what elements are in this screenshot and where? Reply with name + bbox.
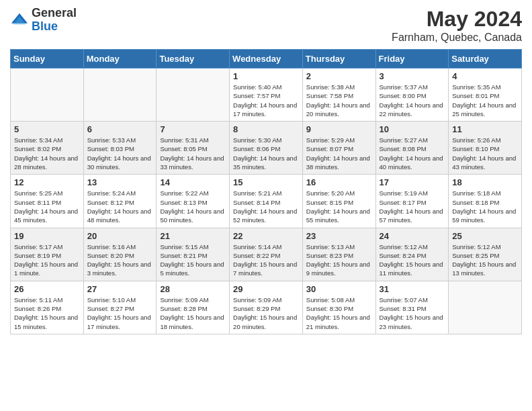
calendar-cell: 5Sunrise: 5:34 AMSunset: 8:02 PMDaylight… bbox=[11, 122, 84, 175]
calendar-cell: 15Sunrise: 5:21 AMSunset: 8:14 PMDayligh… bbox=[230, 175, 303, 228]
day-number: 28 bbox=[160, 284, 226, 294]
day-number: 2 bbox=[306, 71, 372, 81]
day-number: 1 bbox=[233, 71, 299, 81]
day-number: 18 bbox=[452, 177, 518, 187]
calendar-cell: 3Sunrise: 5:37 AMSunset: 8:00 PMDaylight… bbox=[375, 68, 449, 122]
title-area: May 2024 Farnham, Quebec, Canada bbox=[392, 7, 522, 44]
header: General Blue May 2024 Farnham, Quebec, C… bbox=[10, 7, 522, 44]
day-number: 30 bbox=[306, 284, 372, 294]
calendar-cell: 17Sunrise: 5:19 AMSunset: 8:17 PMDayligh… bbox=[375, 175, 449, 228]
day-info: Sunrise: 5:11 AMSunset: 8:26 PMDaylight:… bbox=[14, 295, 80, 331]
day-number: 24 bbox=[380, 231, 445, 241]
day-info: Sunrise: 5:09 AMSunset: 8:28 PMDaylight:… bbox=[160, 295, 226, 331]
calendar-cell: 12Sunrise: 5:25 AMSunset: 8:11 PMDayligh… bbox=[11, 175, 84, 228]
day-number: 14 bbox=[160, 177, 226, 187]
calendar-week-3: 12Sunrise: 5:25 AMSunset: 8:11 PMDayligh… bbox=[11, 175, 522, 228]
calendar-cell: 13Sunrise: 5:24 AMSunset: 8:12 PMDayligh… bbox=[83, 175, 157, 228]
logo-text: General Blue bbox=[32, 7, 77, 34]
calendar-cell: 28Sunrise: 5:09 AMSunset: 8:28 PMDayligh… bbox=[157, 281, 230, 334]
calendar-week-1: 1Sunrise: 5:40 AMSunset: 7:57 PMDaylight… bbox=[11, 68, 522, 122]
calendar-cell: 30Sunrise: 5:08 AMSunset: 8:30 PMDayligh… bbox=[302, 281, 375, 334]
calendar-cell bbox=[83, 68, 157, 122]
day-info: Sunrise: 5:25 AMSunset: 8:11 PMDaylight:… bbox=[14, 189, 80, 224]
day-number: 6 bbox=[87, 124, 153, 134]
calendar-cell bbox=[11, 68, 84, 122]
day-number: 3 bbox=[380, 71, 445, 81]
day-number: 13 bbox=[87, 177, 153, 187]
day-info: Sunrise: 5:09 AMSunset: 8:29 PMDaylight:… bbox=[233, 295, 299, 331]
calendar-cell: 31Sunrise: 5:07 AMSunset: 8:31 PMDayligh… bbox=[375, 281, 449, 334]
calendar-cell: 27Sunrise: 5:10 AMSunset: 8:27 PMDayligh… bbox=[83, 281, 157, 334]
day-info: Sunrise: 5:15 AMSunset: 8:21 PMDaylight:… bbox=[160, 242, 226, 278]
day-info: Sunrise: 5:40 AMSunset: 7:57 PMDaylight:… bbox=[233, 83, 299, 118]
day-number: 12 bbox=[14, 177, 80, 187]
calendar-cell: 24Sunrise: 5:12 AMSunset: 8:24 PMDayligh… bbox=[375, 228, 449, 281]
calendar-cell: 29Sunrise: 5:09 AMSunset: 8:29 PMDayligh… bbox=[230, 281, 303, 334]
day-number: 21 bbox=[160, 231, 226, 241]
day-info: Sunrise: 5:10 AMSunset: 8:27 PMDaylight:… bbox=[87, 295, 153, 331]
calendar-cell: 11Sunrise: 5:26 AMSunset: 8:10 PMDayligh… bbox=[449, 122, 522, 175]
day-info: Sunrise: 5:30 AMSunset: 8:06 PMDaylight:… bbox=[233, 136, 299, 171]
day-info: Sunrise: 5:26 AMSunset: 8:10 PMDaylight:… bbox=[452, 136, 518, 171]
calendar-subtitle: Farnham, Quebec, Canada bbox=[392, 32, 522, 44]
day-info: Sunrise: 5:14 AMSunset: 8:22 PMDaylight:… bbox=[233, 242, 299, 278]
day-number: 4 bbox=[452, 71, 518, 81]
calendar-cell: 25Sunrise: 5:12 AMSunset: 8:25 PMDayligh… bbox=[449, 228, 522, 281]
day-number: 11 bbox=[452, 124, 518, 134]
calendar-week-5: 26Sunrise: 5:11 AMSunset: 8:26 PMDayligh… bbox=[11, 281, 522, 334]
calendar-cell: 20Sunrise: 5:16 AMSunset: 8:20 PMDayligh… bbox=[83, 228, 157, 281]
day-number: 9 bbox=[306, 124, 372, 134]
calendar-week-4: 19Sunrise: 5:17 AMSunset: 8:19 PMDayligh… bbox=[11, 228, 522, 281]
day-info: Sunrise: 5:13 AMSunset: 8:23 PMDaylight:… bbox=[306, 242, 372, 278]
calendar-cell: 10Sunrise: 5:27 AMSunset: 8:08 PMDayligh… bbox=[375, 122, 449, 175]
day-info: Sunrise: 5:12 AMSunset: 8:24 PMDaylight:… bbox=[380, 242, 445, 278]
day-info: Sunrise: 5:31 AMSunset: 8:05 PMDaylight:… bbox=[160, 136, 226, 171]
day-header-friday: Friday bbox=[375, 50, 449, 68]
calendar-cell: 8Sunrise: 5:30 AMSunset: 8:06 PMDaylight… bbox=[230, 122, 303, 175]
logo: General Blue bbox=[10, 7, 77, 34]
day-info: Sunrise: 5:07 AMSunset: 8:31 PMDaylight:… bbox=[380, 295, 445, 331]
calendar-cell: 19Sunrise: 5:17 AMSunset: 8:19 PMDayligh… bbox=[11, 228, 84, 281]
day-number: 26 bbox=[14, 284, 80, 294]
day-header-tuesday: Tuesday bbox=[157, 50, 230, 68]
day-number: 5 bbox=[14, 124, 80, 134]
day-number: 23 bbox=[306, 231, 372, 241]
calendar-cell: 22Sunrise: 5:14 AMSunset: 8:22 PMDayligh… bbox=[230, 228, 303, 281]
logo-icon bbox=[10, 11, 29, 30]
day-number: 19 bbox=[14, 231, 80, 241]
calendar-cell: 23Sunrise: 5:13 AMSunset: 8:23 PMDayligh… bbox=[302, 228, 375, 281]
calendar-table: SundayMondayTuesdayWednesdayThursdayFrid… bbox=[10, 49, 522, 334]
day-info: Sunrise: 5:22 AMSunset: 8:13 PMDaylight:… bbox=[160, 189, 226, 224]
day-info: Sunrise: 5:27 AMSunset: 8:08 PMDaylight:… bbox=[380, 136, 445, 171]
calendar-cell bbox=[157, 68, 230, 122]
day-number: 20 bbox=[87, 231, 153, 241]
day-number: 27 bbox=[87, 284, 153, 294]
day-info: Sunrise: 5:38 AMSunset: 7:58 PMDaylight:… bbox=[306, 83, 372, 118]
day-number: 16 bbox=[306, 177, 372, 187]
day-info: Sunrise: 5:24 AMSunset: 8:12 PMDaylight:… bbox=[87, 189, 153, 224]
day-header-monday: Monday bbox=[83, 50, 157, 68]
day-info: Sunrise: 5:20 AMSunset: 8:15 PMDaylight:… bbox=[306, 189, 372, 224]
day-info: Sunrise: 5:33 AMSunset: 8:03 PMDaylight:… bbox=[87, 136, 153, 171]
day-number: 7 bbox=[160, 124, 226, 134]
day-info: Sunrise: 5:08 AMSunset: 8:30 PMDaylight:… bbox=[306, 295, 372, 331]
day-number: 29 bbox=[233, 284, 299, 294]
day-header-wednesday: Wednesday bbox=[230, 50, 303, 68]
day-number: 8 bbox=[233, 124, 299, 134]
calendar-cell: 7Sunrise: 5:31 AMSunset: 8:05 PMDaylight… bbox=[157, 122, 230, 175]
calendar-cell: 21Sunrise: 5:15 AMSunset: 8:21 PMDayligh… bbox=[157, 228, 230, 281]
calendar-cell: 2Sunrise: 5:38 AMSunset: 7:58 PMDaylight… bbox=[302, 68, 375, 122]
day-info: Sunrise: 5:34 AMSunset: 8:02 PMDaylight:… bbox=[14, 136, 80, 171]
day-info: Sunrise: 5:18 AMSunset: 8:18 PMDaylight:… bbox=[452, 189, 518, 224]
day-header-sunday: Sunday bbox=[11, 50, 84, 68]
day-info: Sunrise: 5:37 AMSunset: 8:00 PMDaylight:… bbox=[380, 83, 445, 118]
day-info: Sunrise: 5:16 AMSunset: 8:20 PMDaylight:… bbox=[87, 242, 153, 278]
day-info: Sunrise: 5:21 AMSunset: 8:14 PMDaylight:… bbox=[233, 189, 299, 224]
day-info: Sunrise: 5:12 AMSunset: 8:25 PMDaylight:… bbox=[452, 242, 518, 278]
day-info: Sunrise: 5:19 AMSunset: 8:17 PMDaylight:… bbox=[380, 189, 445, 224]
day-info: Sunrise: 5:17 AMSunset: 8:19 PMDaylight:… bbox=[14, 242, 80, 278]
day-header-thursday: Thursday bbox=[302, 50, 375, 68]
calendar-cell: 1Sunrise: 5:40 AMSunset: 7:57 PMDaylight… bbox=[230, 68, 303, 122]
calendar-cell: 6Sunrise: 5:33 AMSunset: 8:03 PMDaylight… bbox=[83, 122, 157, 175]
calendar-cell: 26Sunrise: 5:11 AMSunset: 8:26 PMDayligh… bbox=[11, 281, 84, 334]
